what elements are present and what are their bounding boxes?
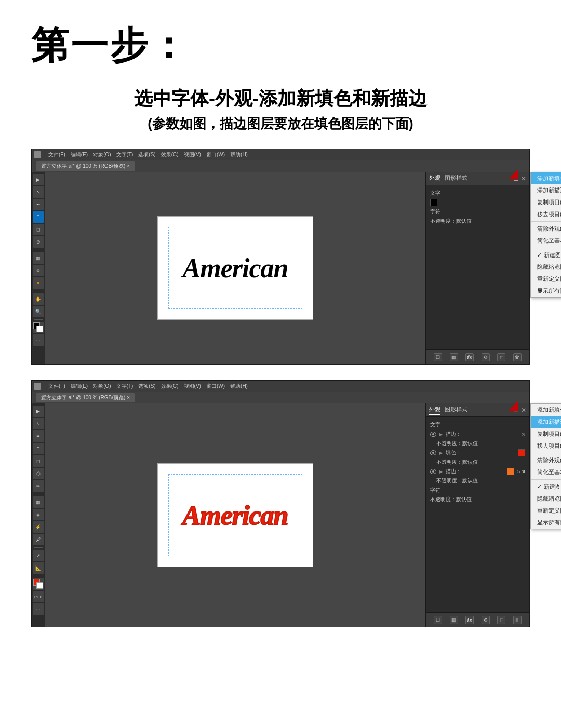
panel2-settings-btn[interactable]: ⚙ bbox=[482, 616, 490, 624]
tool-zoom[interactable]: ⊕ bbox=[33, 236, 44, 248]
menu2-text[interactable]: 文字(T) bbox=[116, 383, 133, 390]
menu-effect[interactable]: 效果(C) bbox=[161, 151, 179, 158]
panel-row-text[interactable]: 文字 bbox=[428, 188, 527, 198]
menu-select[interactable]: 选项(S) bbox=[138, 151, 155, 158]
tool-zoom2[interactable]: 🔍 bbox=[33, 306, 44, 317]
tool2-measure[interactable]: 📐 bbox=[33, 562, 44, 574]
panel2-row-char[interactable]: 字符 bbox=[428, 486, 527, 495]
tool-shape[interactable]: ◻ bbox=[33, 224, 44, 235]
panel2-row-opacity1[interactable]: 不透明度：默认值 bbox=[434, 439, 527, 448]
panel-tab-appearance[interactable]: 外观 bbox=[429, 174, 440, 183]
panel-copy-btn[interactable]: ◻ bbox=[497, 353, 505, 361]
tool2-type[interactable]: T bbox=[33, 443, 44, 454]
tool2-lasso[interactable]: ⬡ bbox=[33, 468, 44, 479]
panel2-row-opacity2[interactable]: 不透明度：默认值 bbox=[434, 457, 527, 467]
menu2-view[interactable]: 视图(V) bbox=[184, 383, 201, 390]
fg-bg-area-2[interactable] bbox=[33, 578, 44, 590]
tool2-pen[interactable]: ✒ bbox=[33, 430, 44, 442]
tool2-gradient[interactable]: ▦ bbox=[33, 496, 44, 508]
fg-bg-area[interactable] bbox=[33, 322, 44, 333]
panel2-row-stroke2[interactable]: ▶ 描边： 5 pt bbox=[428, 467, 527, 476]
ctx2-add-fill[interactable]: 添加新填色(F) bbox=[531, 404, 561, 416]
tool2-arrow2[interactable]: ↖ bbox=[33, 418, 44, 429]
ctx1-remove[interactable]: 移去项目(R) bbox=[531, 208, 561, 220]
panel2-fx-btn[interactable]: fx bbox=[465, 616, 474, 624]
eye-icon-stroke2[interactable] bbox=[430, 469, 436, 474]
ctx1-add-fill[interactable]: 添加新填色(F) bbox=[531, 172, 561, 184]
ctx1-add-stroke[interactable]: 添加新描边(S) bbox=[531, 184, 561, 196]
tool-blend[interactable]: ∞ bbox=[33, 265, 44, 276]
ctx2-copy[interactable]: 复制项目(D) bbox=[531, 428, 561, 440]
panel-close-icon[interactable]: ✕ bbox=[521, 175, 526, 182]
eye-icon-fill[interactable] bbox=[430, 450, 436, 455]
tool-gradient[interactable]: ▦ bbox=[33, 252, 44, 264]
ctx1-clear[interactable]: 清除外观(C) bbox=[531, 223, 561, 235]
ctx2-remove[interactable]: 移去项目(R) bbox=[531, 440, 561, 452]
menu-file[interactable]: 文件(F) bbox=[48, 151, 65, 158]
tool2-more2[interactable]: ··· bbox=[33, 603, 44, 615]
ctx2-hide-thumb[interactable]: 隐藏缩览图(T) bbox=[531, 493, 561, 505]
tool2-scale[interactable]: ⤢ bbox=[33, 550, 44, 561]
panel2-tab-graphic[interactable]: 图形样式 bbox=[445, 406, 468, 415]
tool2-eyedrop[interactable]: ✏ bbox=[33, 480, 44, 492]
menu-object[interactable]: 对象(O) bbox=[93, 151, 111, 158]
panel2-row-stroke1[interactable]: ▶ 描边： ⊘ bbox=[428, 429, 527, 439]
ctx1-show-hidden[interactable]: 显示所有隐藏的属性(A) bbox=[531, 285, 561, 297]
panel-settings-btn[interactable]: ⚙ bbox=[482, 353, 490, 361]
ps-tab-1[interactable]: 置方立体字.ai* @ 100 % (RGB/预览) × bbox=[36, 161, 135, 171]
menu-edit[interactable]: 编辑(E) bbox=[71, 151, 88, 158]
panel-new-layer-btn[interactable]: ☐ bbox=[434, 353, 442, 361]
menu-window[interactable]: 窗口(W) bbox=[206, 151, 225, 158]
tool2-blend2[interactable]: ◈ bbox=[33, 509, 44, 520]
ctx2-new-art[interactable]: ✓新建图稿具有基本外观(N) bbox=[531, 481, 561, 493]
eye-icon-stroke1[interactable] bbox=[430, 432, 436, 437]
panel2-row-opacity4[interactable]: 不透明度：默认值 bbox=[428, 495, 527, 504]
panel-row-black-swatch[interactable] bbox=[428, 198, 527, 207]
menu2-effect[interactable]: 效果(C) bbox=[161, 383, 179, 390]
tool2-paint[interactable]: 🖌 bbox=[33, 534, 44, 545]
panel-row-opacity[interactable]: 不透明度：默认值 bbox=[428, 217, 527, 226]
ctx1-copy[interactable]: 复制项目(D) bbox=[531, 196, 561, 208]
menu-help[interactable]: 帮助(H) bbox=[230, 151, 248, 158]
tool-pen[interactable]: ✒ bbox=[33, 199, 44, 210]
ctx1-redefine[interactable]: 重新定义图形样式(L) bbox=[531, 273, 561, 285]
menu2-edit[interactable]: 编辑(E) bbox=[71, 383, 88, 390]
ctx2-simplify[interactable]: 简化至基本外观(B) bbox=[531, 466, 561, 478]
panel2-row-opacity3[interactable]: 不透明度：默认值 bbox=[434, 476, 527, 486]
menu2-select[interactable]: 选项(S) bbox=[138, 383, 155, 390]
panel-tab-graphic[interactable]: 图形样式 bbox=[445, 174, 468, 183]
tool-more[interactable]: ··· bbox=[33, 334, 44, 346]
menu-text[interactable]: 文字(T) bbox=[116, 151, 133, 158]
panel-row-char[interactable]: 字符 bbox=[428, 207, 527, 217]
tool-arrow2[interactable]: ↖ bbox=[33, 186, 44, 198]
panel-fx-btn[interactable]: fx bbox=[465, 353, 474, 361]
panel2-new-layer-btn[interactable]: ☐ bbox=[434, 616, 442, 624]
panel2-layer-btn[interactable]: ▦ bbox=[450, 616, 458, 624]
ctx2-add-stroke[interactable]: 添加新描边(S) bbox=[531, 416, 561, 428]
menu2-window[interactable]: 窗口(W) bbox=[206, 383, 225, 390]
tool2-colormode[interactable]: RGB bbox=[33, 591, 44, 602]
panel2-copy-btn[interactable]: ◻ bbox=[497, 616, 505, 624]
tool2-slice[interactable]: ⚡ bbox=[33, 521, 44, 533]
ps-tab-2[interactable]: 置方立体字.ai* @ 100 % (RGB/预览) × bbox=[36, 393, 135, 402]
menu2-object[interactable]: 对象(O) bbox=[93, 383, 111, 390]
panel2-tab-appearance[interactable]: 外观 bbox=[429, 406, 440, 415]
panel2-close-icon[interactable]: ✕ bbox=[521, 407, 526, 414]
menu2-help[interactable]: 帮助(H) bbox=[230, 383, 248, 390]
panel2-row-fill[interactable]: ▶ 填色： bbox=[428, 448, 527, 457]
tool2-arrow[interactable]: ▶ bbox=[33, 406, 44, 417]
ctx2-redefine[interactable]: 重新定义图形样式(L) bbox=[531, 505, 561, 517]
ctx1-simplify[interactable]: 简化至基本外观(B) bbox=[531, 235, 561, 247]
menu-view[interactable]: 视图(V) bbox=[184, 151, 201, 158]
ctx2-show-hidden[interactable]: 显示所有隐藏的属性(A) bbox=[531, 517, 561, 529]
menu2-file[interactable]: 文件(F) bbox=[48, 383, 65, 390]
ctx2-clear[interactable]: 清除外观(C) bbox=[531, 454, 561, 466]
tool-hand[interactable]: ✋ bbox=[33, 293, 44, 305]
panel-delete-btn[interactable]: 🗑 bbox=[513, 353, 522, 361]
tool-arrow[interactable]: ▶ bbox=[33, 174, 44, 185]
tool2-shape[interactable]: ◻ bbox=[33, 455, 44, 467]
panel2-delete-btn[interactable]: 🗑 bbox=[513, 616, 522, 624]
ctx1-new-art[interactable]: ✓新建图稿具有基本外观(N) bbox=[531, 249, 561, 261]
panel2-row-text[interactable]: 文字 bbox=[428, 420, 527, 429]
tool-type[interactable]: T bbox=[33, 211, 44, 223]
